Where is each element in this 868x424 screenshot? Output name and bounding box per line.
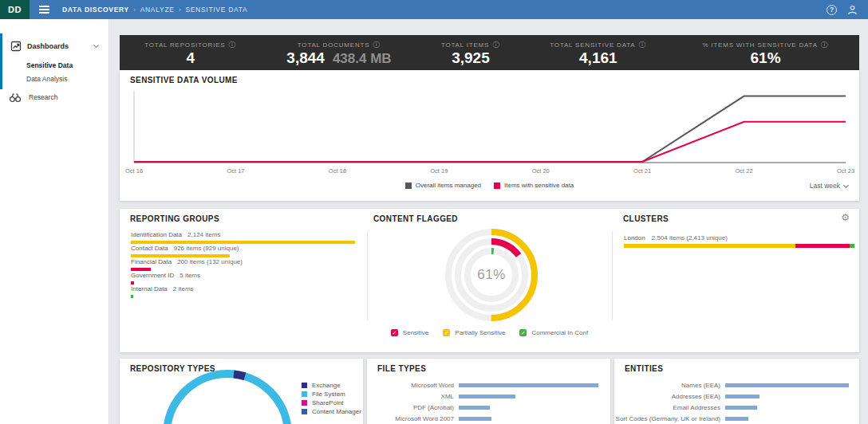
bar-row-label: Microsoft Word xyxy=(367,382,459,389)
stat-label-text: TOTAL ITEMS xyxy=(441,41,489,49)
cluster-item-bar xyxy=(624,244,854,248)
breadcrumb-separator-icon: › xyxy=(133,6,136,14)
content-flagged-donut: 61% xyxy=(444,227,539,323)
info-icon[interactable]: ⓘ xyxy=(492,41,500,49)
sidebar-group-dashboards[interactable]: Dashboards xyxy=(0,40,109,53)
reporting-group-label: Financial Data xyxy=(131,258,172,265)
stat-label: TOTAL DOCUMENTSⓘ xyxy=(298,41,381,49)
info-icon[interactable]: ⓘ xyxy=(373,41,381,49)
reporting-group-count: 200 items (132 unique) xyxy=(177,258,243,265)
hamburger-menu-icon[interactable] xyxy=(37,3,52,16)
bar-fill xyxy=(459,395,515,398)
repo-legend-label: Exchange xyxy=(312,382,341,389)
checkbox-checked-icon[interactable]: ✓ xyxy=(391,329,398,336)
reporting-groups-title: REPORTING GROUPS xyxy=(130,214,219,223)
bar-track xyxy=(459,383,600,387)
repo-legend-item: SharePoint xyxy=(302,398,361,407)
reporting-group-text: Government ID5 items xyxy=(131,272,355,279)
help-icon[interactable]: ? xyxy=(827,5,837,15)
repo-donut-file-system xyxy=(167,374,288,424)
breadcrumb-item[interactable]: ANALYZE xyxy=(140,6,175,14)
breadcrumb-root[interactable]: DATA DISCOVERY xyxy=(62,6,129,14)
flag-legend-item[interactable]: ✓Sensitive xyxy=(391,329,428,336)
header-actions: ? xyxy=(827,5,858,15)
bar-track xyxy=(131,281,355,285)
bar-row: Microsoft Word xyxy=(367,379,600,391)
cluster-item-label: London2,504 items (2,413 unique) xyxy=(624,234,728,241)
reporting-group-count: 2 items xyxy=(173,285,194,292)
info-icon[interactable]: ⓘ xyxy=(638,41,646,49)
breadcrumb: DATA DISCOVERY ›ANALYZE›SENSITIVE DATA xyxy=(62,6,247,14)
x-axis-tick-label: Oct 21 xyxy=(633,167,651,175)
sidebar-group-label: Dashboards xyxy=(27,42,69,50)
bar-fill xyxy=(131,254,230,257)
bar-track xyxy=(131,268,355,271)
info-icon[interactable]: ⓘ xyxy=(821,41,829,49)
stat-label-text: TOTAL SENSITIVE DATA xyxy=(550,41,635,49)
bar-track xyxy=(725,417,849,421)
bar-track xyxy=(459,395,600,398)
x-axis-tick-label: Oct 16 xyxy=(125,167,143,175)
legend-swatch xyxy=(302,383,307,388)
reporting-group-label: Government ID xyxy=(131,272,174,279)
legend-swatch xyxy=(302,409,307,414)
cluster-bar-segment xyxy=(624,244,795,248)
stat-tile: TOTAL DOCUMENTSⓘ3,844438.4 MB xyxy=(262,40,417,66)
entities-list: Names (EEA)Addresses (EEA)Email Addresse… xyxy=(614,379,849,424)
volume-line-chart xyxy=(129,89,850,166)
user-icon[interactable] xyxy=(847,5,858,15)
stat-value-number: 61% xyxy=(751,49,781,66)
x-axis-tick-label: Oct 23 xyxy=(837,167,854,175)
sidebar-item-sensitive-data[interactable]: Sensitive Data xyxy=(26,60,106,70)
repository-types-donut xyxy=(160,367,295,424)
bar-row-label: Microsoft Word 2007 xyxy=(367,415,459,422)
entities-panel: ENTITIES Names (EEA)Addresses (EEA)Email… xyxy=(614,359,859,424)
flag-legend-item[interactable]: ✓Commercial In Conf xyxy=(519,329,588,336)
legend-swatch xyxy=(302,391,307,397)
bar-row-label: Email Addresses xyxy=(614,404,725,411)
checkbox-checked-icon[interactable]: ✓ xyxy=(443,329,450,336)
bar-row-label: XML xyxy=(367,393,459,400)
bar-row: Email Addresses xyxy=(614,402,849,413)
time-range-label: Last week xyxy=(810,182,840,190)
breadcrumb-item[interactable]: SENSITIVE DATA xyxy=(185,6,247,14)
cluster-bar-segment xyxy=(850,244,854,248)
app-logo[interactable]: DD xyxy=(0,0,30,19)
reporting-group-count: 926 items (929 unique) xyxy=(174,245,239,252)
reporting-group-item: Financial Data200 items (132 unique) xyxy=(131,258,355,272)
bar-row: Names (EEA) xyxy=(614,379,849,391)
info-icon[interactable]: ⓘ xyxy=(229,41,237,49)
repo-legend-label: Content Manager xyxy=(312,408,361,415)
chevron-down-icon xyxy=(843,182,849,187)
reporting-group-label: Internal Data xyxy=(131,285,168,292)
gear-icon[interactable]: ⚙ xyxy=(841,213,850,222)
bar-row: Addresses (EEA) xyxy=(614,391,849,402)
checkbox-checked-icon[interactable]: ✓ xyxy=(519,329,527,336)
reporting-group-text: Internal Data2 items xyxy=(131,285,355,292)
reporting-group-label: Identification Data xyxy=(131,231,182,238)
dashboards-icon xyxy=(10,41,22,52)
sidebar-item-research[interactable]: Research xyxy=(0,91,109,104)
breadcrumb-separator-icon: › xyxy=(179,6,182,14)
bar-row: PDF (Acrobat) xyxy=(367,402,600,413)
x-axis-tick-label: Oct 18 xyxy=(329,167,346,175)
bar-track xyxy=(131,295,355,298)
clusters-title: CLUSTERS xyxy=(623,214,669,223)
volume-chart-x-axis: Oct 16Oct 17Oct 18Oct 19Oct 20Oct 21Oct … xyxy=(129,167,850,175)
sidebar-item-data-analysis[interactable]: Data Analysis xyxy=(26,73,106,84)
content-flagged-legend: ✓Sensitive✓Partially Sensitive✓Commercia… xyxy=(367,329,612,336)
flag-legend-item[interactable]: ✓Partially Sensitive xyxy=(443,329,505,336)
time-range-selector[interactable]: Last week xyxy=(810,182,848,190)
repo-legend-item: Content Manager xyxy=(302,407,361,416)
sidebar-research-label: Research xyxy=(29,93,57,101)
volume-chart-legend: Overall items managedItems with sensitiv… xyxy=(120,182,859,189)
bar-fill xyxy=(725,406,757,410)
bar-row-label: Sort Codes (Germany, UK or Ireland) xyxy=(614,415,725,422)
stat-label: TOTAL ITEMSⓘ xyxy=(441,41,500,49)
sidebar: Dashboards Sensitive Data Data Analysis … xyxy=(0,19,109,424)
sensitive-data-volume-panel: SENSITIVE DATA VOLUME Oct 16Oct 17Oct 18… xyxy=(120,70,859,201)
repo-legend-item: File System xyxy=(302,390,361,398)
bar-track xyxy=(131,254,355,257)
stat-label: TOTAL REPOSITORIESⓘ xyxy=(144,41,236,49)
reporting-group-item: Internal Data2 items xyxy=(131,285,355,299)
